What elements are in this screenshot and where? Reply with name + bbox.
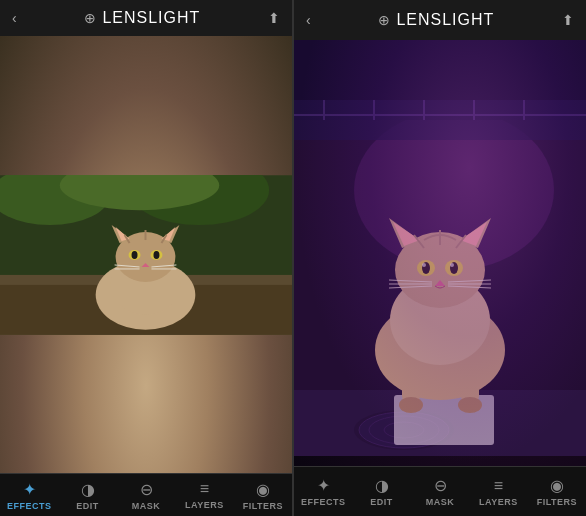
toolbar-edit-right[interactable]: ◑ EDIT [352, 467, 410, 516]
svg-point-15 [132, 251, 138, 259]
app-name-light-right: LIGHT [442, 11, 494, 28]
header-center-right: ⊕ LENSLIGHT [378, 11, 494, 29]
back-button-left[interactable]: ‹ [12, 10, 17, 26]
back-button-right[interactable]: ‹ [306, 12, 311, 28]
header-center-left: ⊕ LENSLIGHT [84, 9, 200, 27]
cat-photo-left-svg [0, 175, 292, 335]
app-name-bold-right: LENS [396, 11, 442, 28]
toolbar-effects-left[interactable]: ✦ EFFECTS [0, 474, 58, 516]
app-name-left: LENSLIGHT [102, 9, 200, 27]
left-header: ‹ ⊕ LENSLIGHT ⬆ [0, 0, 292, 36]
svg-rect-63 [294, 100, 586, 140]
left-toolbar: ✦ EFFECTS ◑ EDIT ⊖ MASK ≡ LAYERS ◉ FILTE… [0, 473, 292, 516]
toolbar-edit-left[interactable]: ◑ EDIT [58, 474, 116, 516]
filters-label-right: FILTERS [537, 497, 577, 507]
edit-icon-left: ◑ [81, 480, 95, 499]
left-panel: ‹ ⊕ LENSLIGHT ⬆ [0, 0, 293, 516]
toolbar-layers-right[interactable]: ≡ LAYERS [469, 467, 527, 516]
effects-label-right: EFFECTS [301, 497, 346, 507]
layers-label-left: LAYERS [185, 500, 224, 510]
toolbar-filters-right[interactable]: ◉ FILTERS [528, 467, 586, 516]
effects-label-left: EFFECTS [7, 501, 52, 511]
right-toolbar: ✦ EFFECTS ◑ EDIT ⊖ MASK ≡ LAYERS ◉ FILTE… [294, 466, 586, 516]
mask-icon-right: ⊖ [434, 476, 447, 495]
filters-label-left: FILTERS [243, 501, 283, 511]
layers-label-right: LAYERS [479, 497, 518, 507]
right-cat-bg [294, 40, 586, 466]
mask-label-right: MASK [426, 497, 455, 507]
effects-icon-left: ✦ [23, 480, 36, 499]
zoom-icon-left[interactable]: ⊕ [84, 10, 96, 26]
share-icon-left[interactable]: ⬆ [268, 10, 280, 26]
photo-area-left [0, 36, 292, 473]
filters-icon-right: ◉ [550, 476, 564, 495]
toolbar-layers-left[interactable]: ≡ LAYERS [175, 474, 233, 516]
filters-icon-left: ◉ [256, 480, 270, 499]
edit-icon-right: ◑ [375, 476, 389, 495]
layers-icon-right: ≡ [494, 477, 503, 495]
edit-label-left: EDIT [76, 501, 99, 511]
effects-icon-right: ✦ [317, 476, 330, 495]
mask-label-left: MASK [132, 501, 161, 511]
svg-point-16 [153, 251, 159, 259]
toolbar-filters-left[interactable]: ◉ FILTERS [234, 474, 292, 516]
zoom-icon-right[interactable]: ⊕ [378, 12, 390, 28]
layers-icon-left: ≡ [200, 480, 209, 498]
app-name-right: LENSLIGHT [396, 11, 494, 29]
toolbar-effects-right[interactable]: ✦ EFFECTS [294, 467, 352, 516]
toolbar-mask-right[interactable]: ⊖ MASK [411, 467, 469, 516]
right-panel: ‹ ⊕ LENSLIGHT ⬆ [293, 0, 586, 516]
app-name-light-left: LIGHT [148, 9, 200, 26]
mask-icon-left: ⊖ [140, 480, 153, 499]
app-name-bold-left: LENS [102, 9, 148, 26]
share-icon-right[interactable]: ⬆ [562, 12, 574, 28]
edit-label-right: EDIT [370, 497, 393, 507]
right-header: ‹ ⊕ LENSLIGHT ⬆ [294, 0, 586, 40]
right-cat-svg [294, 40, 586, 456]
toolbar-mask-left[interactable]: ⊖ MASK [117, 474, 175, 516]
right-photo-area [294, 40, 586, 466]
